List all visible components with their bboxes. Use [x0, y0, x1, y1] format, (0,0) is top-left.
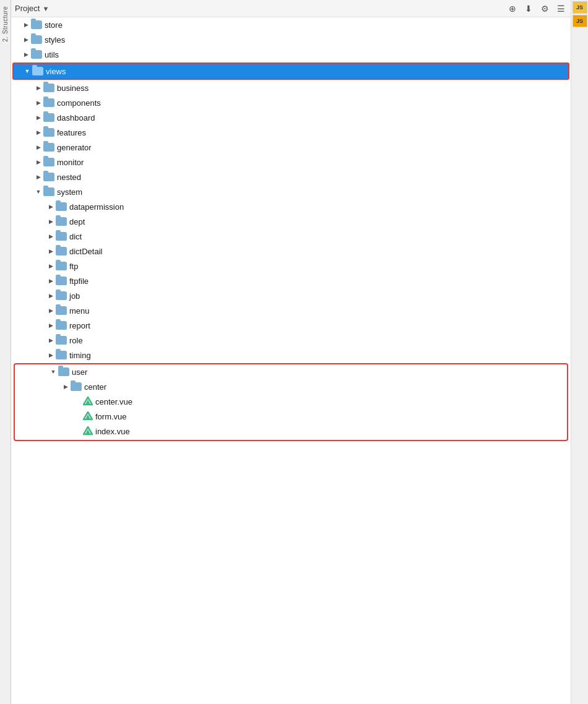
main-panel: Project ▼ ⊕ ⬇ ⚙ ☰ store styles utils [11, 0, 571, 704]
tree-item-index-vue[interactable]: index.vue [15, 424, 567, 439]
label-form-vue: form.vue [95, 412, 127, 421]
tree-item-center[interactable]: center [15, 379, 567, 394]
tree-item-features[interactable]: features [11, 125, 571, 140]
arrow-center-vue [73, 397, 83, 406]
arrow-menu[interactable] [46, 306, 56, 316]
arrow-features[interactable] [33, 127, 43, 137]
arrow-components[interactable] [33, 98, 43, 108]
structure-label: 2. Structure [2, 6, 9, 42]
label-report: report [69, 321, 90, 330]
label-utils: utils [45, 50, 59, 59]
arrow-ftp[interactable] [46, 261, 56, 271]
tree-item-ftpfile[interactable]: ftpfile [11, 273, 571, 288]
left-strip: 2. Structure [0, 0, 11, 704]
right-sidebar: JS JS [571, 0, 588, 704]
label-datapermission: datapermission [69, 202, 124, 212]
folder-icon-nested [43, 173, 54, 181]
folder-icon-components [43, 98, 54, 107]
tree-item-dept[interactable]: dept [11, 214, 571, 229]
tree-item-role[interactable]: role [11, 333, 571, 348]
label-job: job [69, 291, 80, 301]
label-components: components [57, 98, 101, 108]
vue-icon-center [83, 397, 93, 406]
label-nested: nested [57, 173, 81, 182]
tree-item-form-vue[interactable]: form.vue [15, 409, 567, 424]
folder-icon-utils [31, 50, 42, 59]
tree-item-business[interactable]: business [11, 80, 571, 95]
arrow-business[interactable] [33, 83, 43, 93]
label-store: store [45, 20, 63, 30]
add-icon[interactable]: ⊕ [506, 2, 519, 15]
arrow-dashboard[interactable] [33, 113, 43, 122]
folder-icon-store [31, 20, 42, 29]
folder-icon-ftpfile [56, 277, 67, 285]
project-title: Project [15, 4, 40, 13]
js-badge-2[interactable]: JS [573, 15, 587, 27]
arrow-user[interactable] [48, 367, 58, 377]
folder-icon-dict [56, 232, 67, 241]
arrow-generator[interactable] [33, 142, 43, 152]
tree-item-styles[interactable]: styles [11, 32, 571, 47]
header-actions: ⊕ ⬇ ⚙ ☰ [506, 2, 567, 15]
arrow-center[interactable] [61, 382, 71, 392]
tree-item-center-vue[interactable]: center.vue [15, 394, 567, 409]
folder-icon-center [71, 382, 82, 391]
tree-item-system[interactable]: system [11, 184, 571, 199]
arrow-utils[interactable] [21, 49, 31, 59]
menu-icon[interactable]: ☰ [555, 2, 567, 15]
arrow-nested[interactable] [33, 172, 43, 182]
tree-item-datapermission[interactable]: datapermission [11, 199, 571, 214]
folder-icon-report [56, 321, 67, 330]
settings-icon[interactable]: ⚙ [538, 2, 551, 15]
label-monitor: monitor [57, 158, 84, 167]
tree-item-store[interactable]: store [11, 17, 571, 32]
folder-icon-dictdetail [56, 247, 67, 255]
header-bar: Project ▼ ⊕ ⬇ ⚙ ☰ [11, 0, 571, 17]
label-center-vue: center.vue [95, 397, 132, 406]
tree-item-timing[interactable]: timing [11, 348, 571, 363]
arrow-monitor[interactable] [33, 157, 43, 167]
tree-item-dict[interactable]: dict [11, 229, 571, 244]
tree-item-views[interactable]: views [14, 64, 568, 79]
folder-icon-ftp [56, 262, 67, 270]
tree-item-dashboard[interactable]: dashboard [11, 110, 571, 125]
tree-item-dictdetail[interactable]: dictDetail [11, 244, 571, 259]
arrow-job[interactable] [46, 291, 56, 301]
arrow-styles[interactable] [21, 35, 31, 45]
js-badge-1[interactable]: JS [573, 1, 587, 14]
tree-item-monitor[interactable]: monitor [11, 155, 571, 170]
arrow-dictdetail[interactable] [46, 246, 56, 256]
arrow-dept[interactable] [46, 217, 56, 226]
label-center: center [84, 382, 106, 392]
folder-icon-views [32, 67, 43, 75]
arrow-store[interactable] [21, 20, 31, 30]
folder-icon-dashboard [43, 113, 54, 122]
tree-item-utils[interactable]: utils [11, 47, 571, 62]
arrow-views[interactable] [22, 66, 32, 76]
arrow-ftpfile[interactable] [46, 276, 56, 286]
label-business: business [57, 84, 89, 93]
arrow-system[interactable] [33, 187, 43, 197]
arrow-report[interactable] [46, 320, 56, 330]
arrow-timing[interactable] [46, 350, 56, 360]
tree-item-job[interactable]: job [11, 288, 571, 303]
tree-item-report[interactable]: report [11, 318, 571, 333]
tree-item-ftp[interactable]: ftp [11, 259, 571, 273]
label-views: views [46, 67, 66, 76]
tree-item-user[interactable]: user [15, 364, 567, 379]
arrow-dict[interactable] [46, 231, 56, 241]
folder-icon-menu [56, 306, 67, 315]
arrow-datapermission[interactable] [46, 202, 56, 212]
tree-item-menu[interactable]: menu [11, 303, 571, 318]
project-chevron[interactable]: ▼ [42, 5, 49, 12]
tree-item-components[interactable]: components [11, 95, 571, 110]
arrow-down-icon[interactable]: ⬇ [522, 2, 535, 15]
label-menu: menu [69, 306, 90, 316]
label-dict: dict [69, 232, 82, 241]
tree-item-nested[interactable]: nested [11, 170, 571, 184]
tree-item-generator[interactable]: generator [11, 140, 571, 155]
tree-container[interactable]: store styles utils views business [11, 17, 571, 704]
label-index-vue: index.vue [95, 427, 130, 436]
arrow-role[interactable] [46, 335, 56, 345]
label-ftp: ftp [69, 262, 78, 271]
